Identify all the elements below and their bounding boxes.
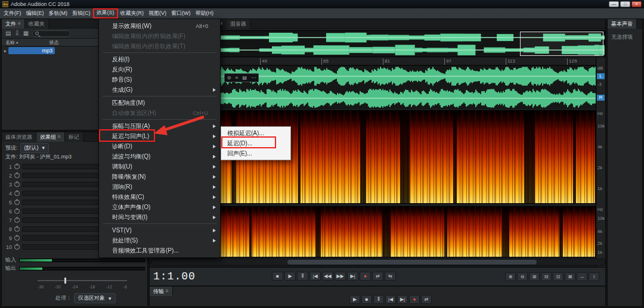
media-browser-icon[interactable]: ▤: [5, 30, 11, 36]
menu-window[interactable]: 窗口(W): [169, 9, 193, 18]
rewind-button[interactable]: ◀◀: [322, 272, 333, 281]
menu-item-vst[interactable]: VST(V): [99, 225, 220, 235]
menu-item-edit-clip-effects[interactable]: 编辑效果组内的剪辑效果(F): [99, 31, 220, 41]
power-icon[interactable]: [14, 191, 20, 196]
power-icon[interactable]: [14, 164, 20, 169]
menu-item-invert[interactable]: 反相(I): [99, 54, 220, 64]
grid-icon[interactable]: ▤: [242, 74, 247, 82]
menu-item-echo[interactable]: 回声(E)...: [221, 148, 290, 158]
power-icon[interactable]: [14, 235, 20, 241]
menu-item-silence[interactable]: 静音(S): [99, 74, 220, 85]
power-icon[interactable]: [14, 182, 20, 187]
selected-file-name[interactable]: mp3: [8, 47, 55, 54]
minimize-button[interactable]: —: [609, 1, 619, 7]
menu-item-auto-heal-selection[interactable]: 自动修复选区(H)Ctrl+U: [99, 108, 220, 118]
menu-item-noise-reduction[interactable]: 降噪/恢复(N): [99, 172, 220, 182]
maximize-button[interactable]: □: [620, 1, 630, 7]
menu-item-delay-and-echo[interactable]: 延迟与回声(L): [99, 131, 220, 141]
scrollbar-handle[interactable]: [287, 260, 537, 265]
new-folder-icon[interactable]: ▦: [23, 30, 29, 36]
preset-dropdown[interactable]: (默认)▾: [20, 143, 49, 153]
column-name[interactable]: 名称: [5, 39, 15, 46]
skip-selection-button[interactable]: ⇆: [385, 272, 396, 281]
tab-mixer[interactable]: 混音器: [227, 19, 250, 29]
record-button[interactable]: ●: [360, 272, 371, 281]
panel-menu-icon[interactable]: ≡: [58, 133, 61, 141]
zoom-in-horizontal-button[interactable]: ⊞: [529, 272, 540, 281]
loop-button[interactable]: ⇄: [421, 295, 432, 304]
power-icon[interactable]: [14, 217, 20, 223]
clock-icon[interactable]: ⊙: [227, 74, 231, 82]
menu-item-modulation[interactable]: 调制(U): [99, 161, 220, 172]
fast-forward-button[interactable]: ▶▶: [335, 272, 346, 281]
stop-button[interactable]: ■: [272, 272, 283, 281]
view-indicator[interactable]: [520, 32, 603, 56]
power-icon[interactable]: [14, 173, 20, 178]
menu-multitrack[interactable]: 多轨(M): [47, 9, 70, 18]
expand-caret-icon[interactable]: ▸: [4, 48, 7, 54]
mix-slider-track[interactable]: [38, 280, 127, 281]
pause-button[interactable]: Ⅱ: [373, 295, 384, 304]
process-dropdown[interactable]: 仅选区对象▾: [74, 293, 116, 303]
search-input[interactable]: [32, 30, 70, 37]
move-to-next-button[interactable]: ▶|: [397, 295, 408, 304]
tab-effects-rack[interactable]: 效果组≡: [36, 132, 65, 142]
menu-item-stereo-imagery[interactable]: 立体声声像(O): [99, 202, 220, 212]
tab-media-browser[interactable]: 媒体浏览器: [2, 132, 36, 142]
mix-slider-handle[interactable]: [64, 278, 66, 284]
panel-menu-icon[interactable]: ≡: [166, 288, 169, 295]
horizontal-scrollbar[interactable]: [151, 259, 605, 266]
menu-item-show-effects-rack[interactable]: 显示效果组(W)Alt+0: [99, 21, 220, 31]
power-icon[interactable]: [14, 209, 20, 214]
move-to-next-button[interactable]: ▶|: [347, 272, 358, 281]
menu-help[interactable]: 帮助(H): [193, 9, 216, 18]
menu-edit[interactable]: 编辑(E): [24, 9, 47, 18]
menu-item-edit-track-effects[interactable]: 编辑效果组内的音轨效果(T): [99, 41, 220, 51]
menu-item-batch-process[interactable]: 批处理(S): [99, 235, 220, 245]
wave-icon[interactable]: ≈: [236, 74, 238, 82]
menu-item-diagnostics[interactable]: 诊断(D): [99, 141, 220, 151]
menu-item-amplitude-compression[interactable]: 振幅与压限(A): [99, 121, 220, 131]
zoom-out-vertical-button[interactable]: ⊠: [565, 272, 575, 281]
menu-item-audio-plugin-manager[interactable]: 音频增效工具管理器(P)...: [99, 245, 220, 256]
zoom-in-vertical-button[interactable]: ⊡: [553, 272, 564, 281]
zoom-full-button[interactable]: ↕: [589, 272, 599, 281]
menu-item-match-loudness[interactable]: 匹配响度(M): [99, 98, 220, 108]
column-status[interactable]: 状态: [49, 39, 59, 46]
loop-button[interactable]: ⇄: [372, 272, 383, 281]
stop-button[interactable]: ■: [361, 295, 372, 304]
zoom-out-horizontal-button[interactable]: ⊟: [541, 272, 552, 281]
tab-essential-sound[interactable]: 基本声音: [608, 19, 637, 29]
zoom-in-button[interactable]: ⊕: [505, 272, 516, 281]
panel-menu-icon[interactable]: ≡: [18, 20, 21, 27]
pause-button[interactable]: Ⅱ: [297, 272, 308, 281]
menu-effects[interactable]: 效果(S): [93, 8, 118, 18]
zoom-out-button[interactable]: ⊖: [517, 272, 528, 281]
tab-transport[interactable]: 传输≡: [150, 287, 173, 296]
menu-item-special-effects[interactable]: 特殊效果(C): [99, 192, 220, 202]
menu-item-time-and-pitch[interactable]: 时间与变调(I): [99, 212, 220, 222]
channel-left-badge[interactable]: L: [597, 73, 605, 79]
menu-clip[interactable]: 剪辑(C): [70, 9, 93, 18]
move-to-previous-button[interactable]: |◀: [385, 295, 396, 304]
tab-favorites[interactable]: 收藏夹: [25, 19, 49, 29]
power-icon[interactable]: [14, 200, 20, 205]
menu-item-analog-delay[interactable]: 模拟延迟(A)...: [221, 128, 290, 138]
power-icon[interactable]: [14, 226, 20, 232]
close-button[interactable]: ×: [631, 1, 642, 7]
play-button[interactable]: ▶: [284, 272, 296, 281]
menu-file[interactable]: 文件(F): [1, 9, 24, 18]
menu-item-reverse[interactable]: 反向(R): [99, 64, 220, 74]
import-file-icon[interactable]: ⇩: [14, 30, 19, 36]
channel-right-badge[interactable]: R: [597, 95, 605, 101]
menu-item-generate[interactable]: 生成(G): [99, 85, 220, 95]
menu-favorites[interactable]: 收藏夹(R): [118, 9, 147, 18]
more-icon[interactable]: ⋯: [251, 74, 256, 82]
time-display[interactable]: 1:1.00: [153, 270, 196, 282]
menu-item-delay[interactable]: 延迟(D)...: [221, 138, 290, 148]
move-to-previous-button[interactable]: |◀: [309, 272, 321, 281]
menu-view[interactable]: 视图(V): [146, 9, 169, 18]
tab-files[interactable]: 文件≡: [2, 19, 25, 29]
tab-markers[interactable]: 标记: [65, 132, 83, 142]
play-button[interactable]: ▶: [349, 295, 360, 304]
